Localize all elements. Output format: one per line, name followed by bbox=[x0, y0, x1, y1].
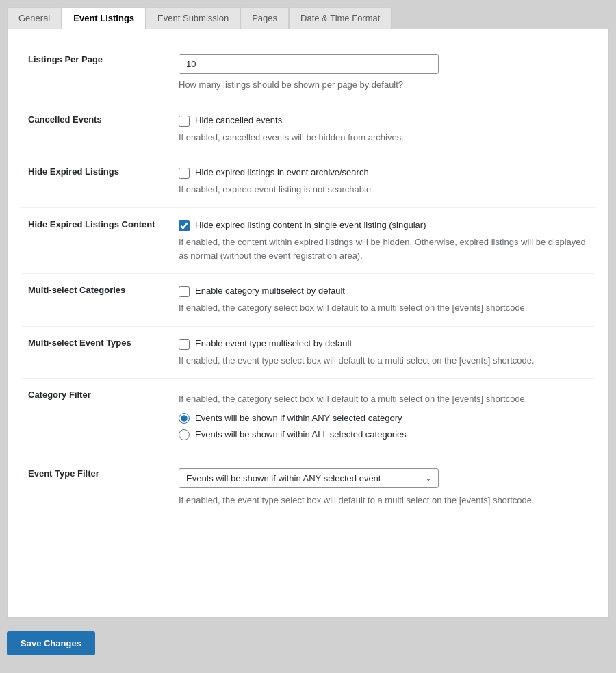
hide-expired-listings-checkbox[interactable] bbox=[179, 168, 190, 179]
multi-select-categories-label: Multi-select Categories bbox=[28, 285, 125, 295]
hide-expired-listings-checkbox-label[interactable]: Hide expired listings in event archive/s… bbox=[195, 166, 369, 179]
event-type-filter-select[interactable]: Events will be shown if within ANY selec… bbox=[179, 468, 439, 488]
event-type-filter-hint: If enabled, the event type select box wi… bbox=[179, 494, 588, 507]
tab-event-submission[interactable]: Event Submission bbox=[146, 7, 240, 29]
category-filter-all-radio[interactable] bbox=[179, 429, 190, 440]
save-area: Save Changes bbox=[7, 631, 609, 655]
multi-select-event-types-hint: If enabled, the event type select box wi… bbox=[179, 354, 588, 368]
multi-select-categories-checkbox-label[interactable]: Enable category multiselect by default bbox=[195, 285, 345, 297]
hide-expired-content-checkbox-label[interactable]: Hide expired listing content in single e… bbox=[195, 219, 426, 231]
row-event-type-filter: Event Type Filter Events will be shown i… bbox=[21, 457, 595, 518]
cancelled-events-label: Cancelled Events bbox=[28, 114, 102, 125]
event-type-filter-select-wrap: Events will be shown if within ANY selec… bbox=[179, 468, 439, 488]
hide-expired-content-hint: If enabled, the content within expired l… bbox=[179, 236, 588, 262]
tab-general[interactable]: General bbox=[7, 7, 62, 29]
save-changes-button[interactable]: Save Changes bbox=[7, 631, 95, 655]
row-category-filter: Category Filter If enabled, the category… bbox=[21, 379, 595, 457]
row-multi-select-event-types: Multi-select Event Types Enable event ty… bbox=[21, 326, 595, 379]
hide-expired-listings-label: Hide Expired Listings bbox=[28, 166, 119, 177]
row-cancelled-events: Cancelled Events Hide cancelled events I… bbox=[21, 103, 595, 155]
hide-expired-content-checkbox[interactable] bbox=[179, 220, 190, 231]
category-filter-hint: If enabled, the category select box will… bbox=[179, 392, 588, 406]
tab-event-listings[interactable]: Event Listings bbox=[62, 7, 146, 29]
hide-expired-content-label: Hide Expired Listings Content bbox=[28, 219, 155, 229]
row-hide-expired-listings: Hide Expired Listings Hide expired listi… bbox=[21, 155, 595, 208]
multi-select-categories-checkbox[interactable] bbox=[179, 286, 190, 297]
row-hide-expired-content: Hide Expired Listings Content Hide expir… bbox=[21, 207, 595, 273]
row-listings-per-page: Listings Per Page How many listings shou… bbox=[21, 43, 595, 103]
row-multi-select-categories: Multi-select Categories Enable category … bbox=[21, 274, 595, 327]
category-filter-any-radio[interactable] bbox=[179, 413, 190, 424]
multi-select-event-types-checkbox[interactable] bbox=[179, 339, 190, 350]
tabs-bar: General Event Listings Event Submission … bbox=[7, 7, 609, 29]
cancelled-events-checkbox-label[interactable]: Hide cancelled events bbox=[195, 114, 282, 127]
tab-pages[interactable]: Pages bbox=[240, 7, 289, 29]
tab-date-time-format[interactable]: Date & Time Format bbox=[289, 7, 392, 29]
multi-select-event-types-checkbox-label[interactable]: Enable event type multiselect by default bbox=[195, 338, 352, 350]
event-type-filter-label: Event Type Filter bbox=[28, 468, 99, 479]
settings-panel: Listings Per Page How many listings shou… bbox=[7, 29, 609, 618]
hide-expired-listings-hint: If enabled, expired event listing is not… bbox=[179, 183, 588, 196]
listings-per-page-hint: How many listings should be shown per pa… bbox=[179, 78, 588, 92]
settings-table: Listings Per Page How many listings shou… bbox=[21, 43, 595, 518]
category-filter-label: Category Filter bbox=[28, 390, 91, 400]
cancelled-events-hint: If enabled, cancelled events will be hid… bbox=[179, 131, 588, 144]
cancelled-events-checkbox[interactable] bbox=[179, 116, 190, 127]
category-filter-all-label[interactable]: Events will be shown if within ALL selec… bbox=[195, 429, 407, 440]
listings-per-page-label: Listings Per Page bbox=[28, 54, 103, 64]
listings-per-page-input[interactable] bbox=[179, 54, 439, 74]
multi-select-event-types-label: Multi-select Event Types bbox=[28, 338, 131, 348]
multi-select-categories-hint: If enabled, the category select box will… bbox=[179, 301, 588, 315]
category-filter-any-label[interactable]: Events will be shown if within ANY selec… bbox=[195, 413, 402, 423]
